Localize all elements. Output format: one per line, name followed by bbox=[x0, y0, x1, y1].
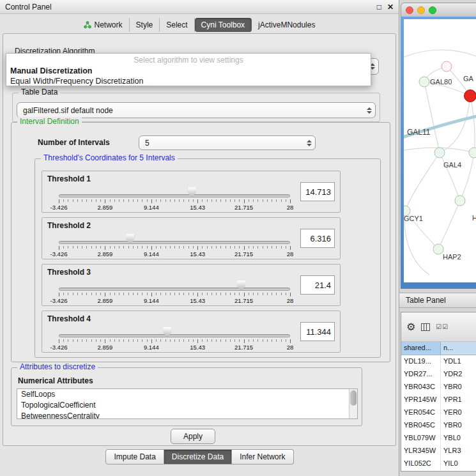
threshold-slider[interactable]: -3.4262.8599.14415.4321.71528 bbox=[59, 265, 290, 305]
tick-mark bbox=[63, 246, 64, 249]
tick-mark bbox=[165, 199, 166, 202]
threshold-value-field[interactable]: 11.344 bbox=[300, 322, 335, 341]
network-node[interactable] bbox=[464, 90, 476, 102]
num-intervals-combo[interactable]: 5 bbox=[139, 135, 316, 150]
list-item[interactable]: TopologicalCoefficient bbox=[17, 400, 357, 411]
threshold-slider[interactable]: -3.4262.8599.14415.4321.71528 bbox=[59, 171, 290, 212]
tick-mark bbox=[234, 339, 235, 342]
network-edge bbox=[438, 201, 460, 249]
apply-button[interactable]: Apply bbox=[171, 429, 215, 444]
dropdown-option-manual-discretization[interactable]: Manual Discretization bbox=[6, 66, 371, 76]
tick-mark bbox=[114, 199, 115, 202]
close-icon[interactable]: ✕ bbox=[387, 3, 394, 12]
tick-mark bbox=[202, 199, 203, 202]
network-canvas[interactable]: GAL80GAGAL11GAL4GCY1HHAP2 bbox=[404, 19, 476, 282]
tab-cyni-toolbox[interactable]: Cyni Toolbox bbox=[195, 18, 252, 32]
threshold-slider[interactable]: -3.4262.8599.14415.4321.71528 bbox=[59, 311, 290, 352]
tick-mark bbox=[183, 339, 184, 342]
network-node[interactable] bbox=[469, 148, 476, 158]
slider-track[interactable] bbox=[59, 334, 290, 337]
tab-style[interactable]: Style bbox=[130, 18, 160, 32]
table-row[interactable]: YPR145W YPR1 bbox=[401, 394, 476, 406]
tick-mark bbox=[220, 246, 221, 249]
network-node-hap2[interactable] bbox=[433, 244, 443, 254]
tab-label: Infer Network bbox=[240, 452, 285, 461]
tick-mark bbox=[249, 293, 249, 295]
select-columns-icons[interactable]: ☑☑ bbox=[436, 324, 449, 330]
scale-label: 9.144 bbox=[144, 204, 159, 211]
tab-label: Cyni Toolbox bbox=[201, 20, 245, 29]
threshold-value-field[interactable]: 21.4 bbox=[300, 275, 335, 295]
tick-mark bbox=[133, 339, 134, 342]
tick-mark bbox=[220, 339, 221, 342]
gear-icon[interactable]: ⚙ bbox=[406, 322, 415, 332]
dropdown-option-equal-width-frequency[interactable]: Equal Width/Frequency Discretization bbox=[6, 76, 371, 86]
table-row[interactable]: YDL19... YDL1 bbox=[401, 355, 476, 368]
attributes-scrollbar[interactable] bbox=[349, 389, 357, 418]
network-node[interactable] bbox=[441, 61, 452, 72]
slider-scale-labels: -3.4262.8599.14415.4321.71528 bbox=[59, 204, 290, 211]
tick-mark bbox=[147, 293, 148, 295]
cyni-toolbox-panel: Discretization Algorithm Select algorith… bbox=[3, 33, 396, 446]
threshold-value-field[interactable]: 6.316 bbox=[300, 229, 335, 248]
table-row[interactable]: YBL079W YBL0 bbox=[401, 432, 476, 445]
slider-track[interactable] bbox=[59, 241, 290, 244]
tick-mark bbox=[239, 339, 240, 342]
network-node-gal80[interactable] bbox=[419, 77, 429, 87]
close-button[interactable] bbox=[406, 6, 413, 14]
list-item[interactable]: BetweennessCentrality bbox=[17, 411, 357, 419]
table-row[interactable]: YBR043C YBR0 bbox=[401, 381, 476, 394]
tab-impute-data[interactable]: Impute Data bbox=[105, 449, 164, 464]
threshold-slider[interactable]: -3.4262.8599.14415.4321.71528 bbox=[59, 218, 290, 259]
table-row[interactable]: YLR345W YLR3 bbox=[401, 445, 476, 457]
tick-mark bbox=[272, 246, 272, 249]
tab-jactivemnodules[interactable]: jActiveMNodules bbox=[252, 18, 321, 32]
scale-label: 28 bbox=[287, 297, 294, 304]
scale-label: 15.43 bbox=[190, 204, 205, 211]
column-header-name[interactable]: n... bbox=[441, 342, 476, 355]
network-node-gal4[interactable] bbox=[434, 148, 445, 158]
columns-icon[interactable] bbox=[421, 323, 430, 331]
tab-discretize-data[interactable]: Discretize Data bbox=[164, 449, 232, 464]
scale-label: 15.43 bbox=[190, 250, 205, 257]
column-header-shared-name[interactable]: shared... bbox=[401, 342, 441, 355]
minimize-button[interactable] bbox=[417, 6, 425, 14]
cell-shared-name: YDL19... bbox=[401, 355, 441, 368]
tick-mark bbox=[230, 199, 231, 202]
tick-mark bbox=[73, 339, 73, 342]
tick-mark bbox=[133, 246, 134, 249]
list-item[interactable]: SelfLoops bbox=[17, 389, 357, 400]
numerical-attributes-list[interactable]: SelfLoops TopologicalCoefficient Between… bbox=[17, 388, 358, 419]
table-panel-window: ⚙ ☑☑ shared... n... YDL19... YDL1 YDR27.… bbox=[401, 312, 476, 472]
tab-infer-network[interactable]: Infer Network bbox=[232, 449, 293, 464]
tab-network[interactable]: Network bbox=[77, 18, 130, 32]
scale-label: 21.715 bbox=[234, 297, 253, 304]
table-row[interactable]: YER054C YER0 bbox=[401, 406, 476, 419]
slider-ticks bbox=[59, 293, 290, 297]
scale-label: 9.144 bbox=[144, 250, 159, 257]
table-data-combo[interactable]: galFiltered.sif default node bbox=[17, 102, 376, 118]
slider-track[interactable] bbox=[59, 288, 290, 291]
network-node[interactable] bbox=[455, 196, 465, 206]
tab-label: Select bbox=[166, 20, 187, 29]
network-edge bbox=[405, 153, 440, 211]
tick-mark bbox=[211, 246, 212, 249]
minimize-icon[interactable]: □ bbox=[377, 3, 381, 12]
slider-track[interactable] bbox=[59, 194, 290, 197]
table-row[interactable]: YIL052C YIL0 bbox=[401, 457, 476, 470]
tab-select[interactable]: Select bbox=[160, 18, 194, 32]
zoom-button[interactable] bbox=[429, 6, 436, 14]
tick-mark bbox=[253, 339, 254, 342]
cell-name: YER0 bbox=[441, 406, 476, 419]
table-row[interactable]: YDR27... YDR2 bbox=[401, 368, 476, 381]
table-row[interactable]: YBR045C YBR0 bbox=[401, 419, 476, 432]
tick-mark bbox=[230, 246, 231, 249]
threshold-value-field[interactable]: 14.713 bbox=[300, 182, 335, 201]
tick-mark bbox=[68, 293, 68, 295]
tick-mark bbox=[151, 293, 152, 296]
scale-label: -3.426 bbox=[50, 204, 68, 211]
numerical-attributes-label: Numerical Attributes bbox=[18, 376, 93, 385]
tick-mark bbox=[202, 339, 203, 342]
scrollbar-thumb[interactable] bbox=[350, 390, 357, 406]
slider-ticks bbox=[59, 199, 290, 204]
